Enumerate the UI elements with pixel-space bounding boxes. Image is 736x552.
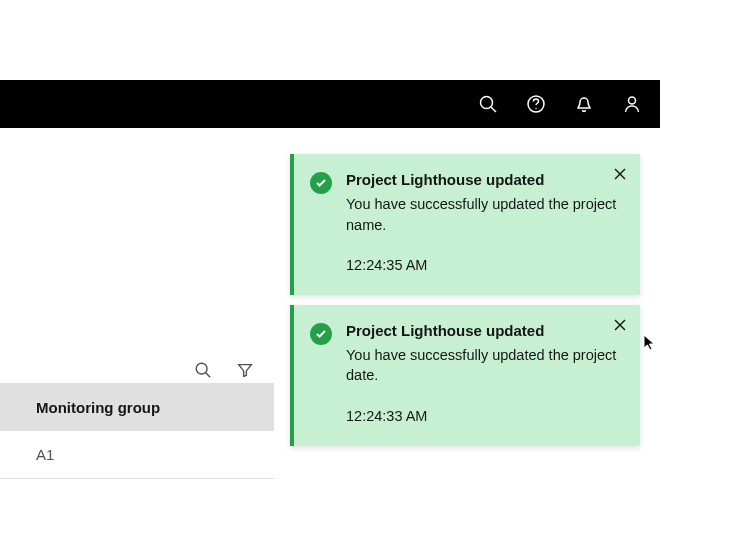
cursor-icon [643, 334, 657, 352]
filter-icon[interactable] [236, 361, 254, 379]
toast-title: Project Lighthouse updated [346, 170, 624, 190]
table-row[interactable]: A1 [0, 431, 274, 479]
table-header: Monitoring group [0, 383, 274, 431]
close-icon[interactable] [613, 318, 627, 332]
toast-timestamp: 12:24:33 AM [346, 408, 624, 424]
svg-point-3 [535, 108, 536, 109]
notifications-icon[interactable] [560, 80, 608, 128]
help-icon[interactable] [512, 80, 560, 128]
close-icon[interactable] [613, 167, 627, 181]
search-icon[interactable] [194, 361, 212, 379]
success-icon [310, 172, 332, 194]
user-icon[interactable] [608, 80, 656, 128]
svg-point-4 [629, 97, 636, 104]
search-icon[interactable] [464, 80, 512, 128]
column-header-label: Monitoring group [36, 399, 160, 416]
app-canvas: Monitoring group A1 Project Lighthouse u… [0, 80, 660, 552]
svg-line-6 [206, 373, 211, 378]
toast-notification: Project Lighthouse updated You have succ… [290, 305, 640, 446]
success-icon [310, 323, 332, 345]
toast-notification: Project Lighthouse updated You have succ… [290, 154, 640, 295]
global-header [0, 80, 660, 128]
toast-title: Project Lighthouse updated [346, 321, 624, 341]
svg-point-0 [481, 97, 493, 109]
svg-line-1 [491, 107, 496, 112]
svg-point-5 [196, 363, 207, 374]
toast-message: You have successfully updated the projec… [346, 194, 624, 235]
toast-timestamp: 12:24:35 AM [346, 257, 624, 273]
toast-message: You have successfully updated the projec… [346, 345, 624, 386]
cell-value: A1 [36, 446, 54, 463]
toast-stack: Project Lighthouse updated You have succ… [290, 154, 640, 456]
